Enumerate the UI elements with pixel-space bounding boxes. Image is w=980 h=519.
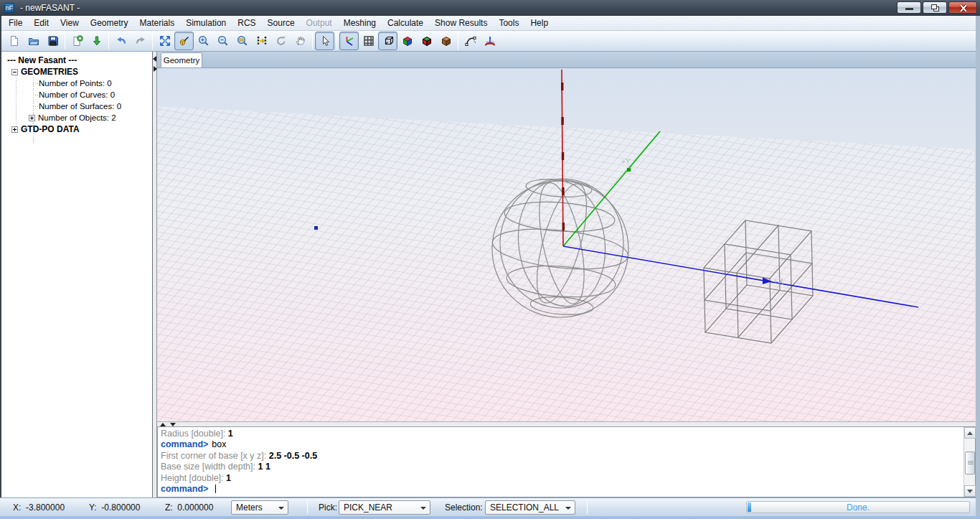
expand-icon[interactable] — [11, 126, 18, 133]
open-file-button[interactable] — [24, 32, 43, 50]
tree-item-points[interactable]: Number of Points: 0 — [39, 78, 112, 89]
wireframe-view-button[interactable] — [378, 32, 397, 50]
units-select[interactable]: Meters — [231, 500, 288, 515]
zoom-in-button[interactable] — [194, 32, 213, 50]
add-page-button[interactable] — [67, 32, 87, 50]
menu-view[interactable]: View — [55, 16, 85, 30]
app-window: nF - newFASANT - File Edit View Geometry… — [0, 0, 980, 519]
zoom-in-icon — [198, 35, 209, 47]
chevron-down-icon — [278, 507, 284, 510]
grid-button[interactable] — [359, 32, 378, 50]
menu-file[interactable]: File — [3, 16, 28, 30]
console-line: First corner of base [x y z]: 2.5 -0.5 -… — [161, 451, 962, 462]
solid-view-texture-button[interactable] — [436, 32, 456, 50]
undo-button[interactable] — [111, 32, 131, 50]
menu-show-results[interactable]: Show Results — [429, 16, 493, 30]
tree-root[interactable]: --- New Fasant --- — [7, 55, 77, 66]
collapse-icon[interactable] — [11, 69, 18, 75]
toolbar-separator — [152, 32, 153, 50]
coord-z: Z: 0.000000 — [165, 502, 213, 513]
geometry-viewport[interactable]: +Y +X — [157, 68, 976, 421]
select-cursor-icon — [319, 35, 331, 47]
snap-move-button[interactable] — [252, 32, 271, 50]
axes-icon — [344, 35, 355, 47]
point-marker[interactable] — [314, 226, 318, 230]
redo-icon — [135, 35, 146, 47]
console-input-line[interactable]: command> — [161, 484, 962, 495]
minimize-button[interactable] — [897, 1, 921, 14]
zoom-out-button[interactable] — [213, 32, 232, 50]
toolbar-separator — [312, 32, 313, 50]
toolbar-separator — [336, 32, 337, 50]
zoom-object-button[interactable] — [174, 32, 194, 50]
select-button[interactable] — [315, 32, 334, 50]
toolbar-separator — [458, 32, 458, 50]
console-scrollbar[interactable] — [963, 427, 975, 497]
save-button[interactable] — [43, 32, 62, 50]
fit-view-button[interactable] — [155, 32, 174, 50]
menu-materials[interactable]: Materials — [134, 16, 181, 30]
undo-icon — [116, 35, 127, 47]
axes-button[interactable] — [339, 32, 359, 50]
zoom-object-icon — [179, 35, 190, 47]
menu-help[interactable]: Help — [524, 16, 554, 30]
tree-item-curves[interactable]: Number of Curves: 0 — [39, 89, 115, 100]
new-file-button[interactable] — [4, 32, 24, 50]
solid-cube-rgb-icon — [402, 35, 413, 47]
pick-label: Pick: — [319, 502, 337, 513]
scrollbar-thumb[interactable] — [965, 452, 975, 474]
menu-geometry[interactable]: Geometry — [85, 16, 134, 30]
pan-button[interactable] — [291, 32, 310, 50]
selection-select[interactable]: SELECTION_ALL — [485, 500, 575, 515]
menu-source[interactable]: Source — [262, 16, 301, 30]
menu-rcs[interactable]: RCS — [232, 16, 261, 30]
solid-view-rgb-button[interactable] — [397, 32, 417, 50]
redo-button[interactable] — [131, 32, 150, 50]
zoom-out-icon — [217, 35, 229, 47]
tree-item-objects[interactable]: Number of Objects: 2 — [29, 112, 116, 123]
tree-item-gtd-po-data[interactable]: GTD-PO DATA — [11, 123, 80, 135]
command-console[interactable]: Radius [double]: 1 command>box First cor… — [157, 426, 976, 497]
tab-geometry[interactable]: Geometry — [161, 52, 202, 67]
app-icon: nF — [4, 3, 14, 13]
tree-item-surfaces[interactable]: Number of Surfaces: 0 — [39, 100, 121, 112]
toolbar — [1, 31, 979, 52]
menu-edit[interactable]: Edit — [28, 16, 55, 30]
console-splitter[interactable] — [157, 421, 976, 426]
fit-view-icon — [159, 35, 171, 47]
curve-tool-button[interactable] — [461, 32, 480, 50]
zoom-window-button[interactable] — [232, 32, 252, 50]
new-file-icon — [9, 35, 20, 47]
menu-meshing[interactable]: Meshing — [338, 16, 382, 30]
pan-hand-icon — [295, 35, 306, 47]
pick-select[interactable]: PICK_NEAR — [339, 500, 430, 515]
menu-tools[interactable]: Tools — [493, 16, 524, 30]
solid-view-edges-button[interactable] — [417, 32, 436, 50]
surface-normals-button[interactable] — [480, 32, 499, 50]
tab-bar: Geometry — [157, 52, 976, 68]
title-bar[interactable]: nF - newFASANT - — [0, 0, 980, 16]
save-icon — [47, 35, 59, 47]
console-line: Base size [width depth]: 1 1 — [161, 462, 962, 472]
scroll-down-button[interactable] — [964, 485, 976, 497]
tree-item-geometries[interactable]: GEOMETRIES — [11, 66, 78, 78]
console-line: Radius [double]: 1 — [161, 429, 962, 439]
window-right-border — [976, 16, 980, 516]
import-button[interactable] — [87, 32, 106, 50]
rotate-view-button[interactable] — [271, 32, 291, 50]
import-icon — [91, 35, 103, 47]
status-bar: X: -3.800000 Y: -0.800000 Z: 0.000000 Me… — [0, 497, 980, 516]
toolbar-separator — [65, 32, 65, 50]
expand-icon[interactable] — [29, 115, 35, 121]
restore-button[interactable] — [923, 1, 947, 14]
menu-simulation[interactable]: Simulation — [180, 16, 232, 30]
solid-cube-edges-icon — [421, 35, 433, 47]
collapse-left-icon[interactable] — [153, 56, 156, 62]
scroll-up-button[interactable] — [964, 427, 976, 439]
y-axis-label: +Y — [621, 158, 631, 166]
close-button[interactable] — [948, 1, 977, 14]
menu-calculate[interactable]: Calculate — [382, 16, 429, 30]
tree-connector — [16, 72, 17, 126]
viewport-canvas[interactable]: +Y +X — [157, 68, 976, 421]
ground-grid — [157, 106, 974, 421]
